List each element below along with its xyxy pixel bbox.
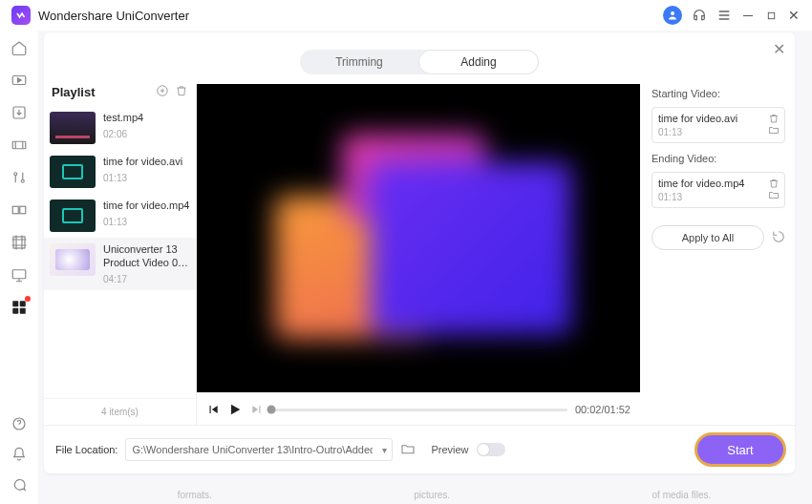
- settings-column: Starting Video: time for video.avi 01:13…: [640, 84, 795, 425]
- preview-toggle[interactable]: [477, 443, 505, 456]
- panel-close-icon[interactable]: ✕: [773, 40, 785, 58]
- svg-rect-13: [12, 308, 18, 314]
- playlist-item-duration: 01:13: [103, 217, 189, 227]
- rail-download-icon[interactable]: [10, 103, 29, 122]
- starting-folder-icon[interactable]: [768, 124, 780, 137]
- playlist-title: Playlist: [52, 85, 96, 99]
- playlist-item-name: time for video.mp4: [103, 200, 189, 213]
- starting-video-field: time for video.avi 01:13: [652, 107, 785, 143]
- playlist-add-icon[interactable]: [156, 84, 169, 100]
- svg-point-5: [14, 173, 17, 176]
- rail-compress-icon[interactable]: [10, 136, 29, 155]
- thumbnail: [50, 200, 96, 232]
- svg-rect-9: [13, 237, 25, 248]
- svg-rect-14: [20, 308, 26, 314]
- ending-video-value: time for video.mp4: [658, 178, 744, 189]
- svg-point-0: [671, 11, 674, 15]
- rail-bell-icon[interactable]: [10, 445, 29, 464]
- playlist-column: Playlist test.mp402:06 time for video.av…: [44, 84, 197, 425]
- prev-frame-icon[interactable]: [206, 403, 220, 416]
- player-controls: 00:02/01:52: [197, 398, 640, 425]
- playlist-item-duration: 02:06: [103, 129, 143, 139]
- mode-segmented: Trimming Adding: [300, 50, 539, 74]
- playlist-delete-icon[interactable]: [175, 84, 188, 100]
- rail-crop-icon[interactable]: [10, 233, 29, 252]
- video-preview[interactable]: [197, 84, 640, 392]
- playlist-item-name: test.mp4: [103, 112, 143, 125]
- thumbnail: [50, 112, 96, 144]
- starting-video-label: Starting Video:: [652, 88, 785, 99]
- file-location-label: File Location:: [55, 444, 118, 455]
- starting-video-value: time for video.avi: [658, 113, 737, 124]
- thumbnail: [50, 243, 96, 276]
- support-icon[interactable]: [692, 8, 707, 23]
- reset-icon[interactable]: [772, 230, 785, 245]
- app-logo: [11, 6, 31, 25]
- titlebar: Wondershare UniConverter ─ ✕: [0, 0, 812, 31]
- ending-folder-icon[interactable]: [768, 189, 780, 202]
- start-button[interactable]: Start: [697, 435, 783, 464]
- ending-video-duration: 01:13: [658, 192, 682, 202]
- rail-home-icon[interactable]: [10, 38, 29, 57]
- playlist-item[interactable]: time for video.mp401:13: [44, 194, 196, 238]
- play-icon[interactable]: [227, 402, 243, 417]
- svg-rect-4: [12, 141, 26, 149]
- playlist-item[interactable]: Uniconverter 13 Product Video 0…04:17: [44, 238, 196, 290]
- svg-rect-10: [12, 270, 26, 279]
- rail-help-icon[interactable]: [10, 414, 29, 433]
- svg-rect-7: [12, 206, 18, 214]
- svg-rect-11: [12, 301, 18, 306]
- left-rail: [0, 31, 38, 504]
- rail-feedback-icon[interactable]: [10, 475, 29, 494]
- background-hints: formats.pictures.of media files.: [76, 490, 812, 500]
- close-button[interactable]: ✕: [787, 9, 801, 22]
- panel-footer: File Location: ▾ Preview Start: [44, 425, 795, 473]
- intro-outro-panel: ✕ Trimming Adding Playlist: [44, 32, 795, 473]
- playlist-item-name: Uniconverter 13 Product Video 0…: [103, 243, 190, 270]
- preview-column: 00:02/01:52: [197, 84, 640, 425]
- file-location-input[interactable]: [125, 438, 393, 461]
- rail-edit-icon[interactable]: [10, 168, 29, 187]
- playlist-item[interactable]: time for video.avi01:13: [44, 150, 196, 194]
- rail-merge-icon[interactable]: [10, 200, 29, 220]
- apply-to-all-button[interactable]: Apply to All: [652, 225, 764, 250]
- ending-video-label: Ending Video:: [652, 153, 785, 164]
- minimize-button[interactable]: ─: [741, 9, 755, 22]
- next-frame-icon[interactable]: [250, 403, 264, 416]
- browse-folder-icon[interactable]: [400, 441, 416, 458]
- rail-video-icon[interactable]: [10, 71, 29, 90]
- rail-toolbox-icon[interactable]: [10, 298, 29, 317]
- ending-video-field: time for video.mp4 01:13: [652, 172, 785, 208]
- menu-icon[interactable]: [716, 8, 732, 23]
- tab-trimming[interactable]: Trimming: [300, 50, 418, 74]
- maximize-button[interactable]: [764, 9, 778, 22]
- playlist-item-duration: 04:17: [103, 274, 190, 284]
- account-icon[interactable]: [663, 6, 682, 25]
- thumbnail: [50, 156, 96, 188]
- playlist-item-name: time for video.avi: [103, 156, 182, 169]
- svg-rect-8: [20, 206, 26, 214]
- notification-dot: [25, 296, 31, 302]
- playlist-item-duration: 01:13: [103, 173, 182, 183]
- app-title: Wondershare UniConverter: [38, 9, 189, 23]
- tab-adding[interactable]: Adding: [418, 50, 539, 74]
- starting-video-duration: 01:13: [658, 127, 682, 137]
- svg-point-6: [21, 179, 24, 182]
- playlist-count: 4 item(s): [44, 398, 196, 425]
- rail-screen-icon[interactable]: [10, 265, 29, 284]
- svg-rect-1: [768, 12, 774, 18]
- timecode: 00:02/01:52: [575, 404, 630, 415]
- preview-label: Preview: [431, 444, 468, 455]
- playlist-item[interactable]: test.mp402:06: [44, 106, 196, 150]
- svg-rect-12: [20, 301, 26, 306]
- seek-track[interactable]: [271, 409, 567, 411]
